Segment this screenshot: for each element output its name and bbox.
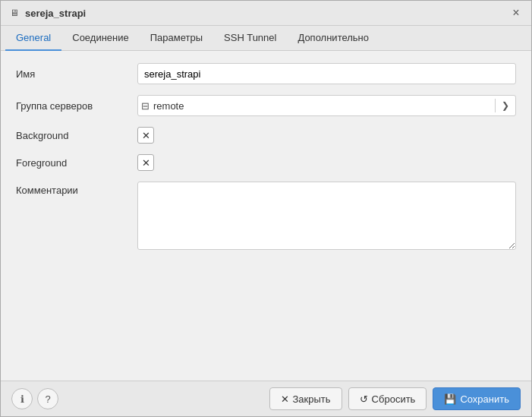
- comment-row: Комментарии: [16, 182, 516, 250]
- footer-left: ℹ ?: [11, 388, 58, 409]
- help-button[interactable]: ?: [37, 388, 58, 409]
- tab-connection[interactable]: Соединение: [61, 26, 140, 51]
- server-icon: 🖥: [8, 7, 20, 19]
- tab-ssh[interactable]: SSH Tunnel: [213, 26, 287, 51]
- save-icon: 💾: [444, 393, 456, 405]
- background-checkbox[interactable]: ✕: [137, 127, 154, 144]
- name-row: Имя: [16, 63, 516, 84]
- close-dialog-button[interactable]: ×: [508, 5, 524, 21]
- reset-button-label: Сбросить: [372, 393, 416, 405]
- comment-textarea[interactable]: [137, 182, 516, 250]
- tab-advanced[interactable]: Дополнительно: [287, 26, 379, 51]
- server-group-divider: [495, 99, 496, 112]
- server-group-icon: ⊟: [141, 100, 150, 112]
- foreground-x-icon: ✕: [142, 157, 150, 169]
- dialog-title: sereja_strapi: [25, 8, 86, 19]
- footer: ℹ ? ✕ Закрыть ↺ Сбросить 💾 Сохранить: [1, 381, 531, 416]
- close-button[interactable]: ✕ Закрыть: [269, 387, 342, 410]
- background-x-icon: ✕: [142, 130, 150, 141]
- title-bar: 🖥 sereja_strapi ×: [1, 1, 531, 26]
- tab-general[interactable]: General: [5, 26, 61, 51]
- comment-label: Комментарии: [16, 182, 137, 196]
- close-x-icon: ✕: [281, 393, 289, 405]
- name-input[interactable]: [137, 63, 516, 84]
- tab-params[interactable]: Параметры: [140, 26, 213, 51]
- foreground-label: Foreground: [16, 157, 137, 169]
- footer-right: ✕ Закрыть ↺ Сбросить 💾 Сохранить: [269, 387, 521, 410]
- help-icon: ?: [45, 393, 50, 405]
- name-label: Имя: [16, 68, 137, 80]
- close-button-label: Закрыть: [293, 393, 331, 405]
- info-button[interactable]: ℹ: [11, 388, 33, 409]
- server-group-select[interactable]: ⊟ remote ❯: [137, 95, 516, 116]
- info-icon: ℹ: [20, 393, 24, 405]
- background-row: Background ✕: [16, 127, 516, 144]
- chevron-down-icon[interactable]: ❯: [499, 99, 512, 112]
- foreground-checkbox[interactable]: ✕: [137, 154, 154, 171]
- foreground-row: Foreground ✕: [16, 154, 516, 171]
- reset-icon: ↺: [360, 393, 368, 405]
- save-button-label: Сохранить: [460, 393, 509, 405]
- server-group-row: Группа серверов ⊟ remote ❯: [16, 95, 516, 116]
- background-label: Background: [16, 130, 137, 141]
- title-bar-left: 🖥 sereja_strapi: [8, 7, 86, 19]
- form-content: Имя Группа серверов ⊟ remote ❯ Backgroun…: [1, 51, 531, 381]
- server-group-label: Группа серверов: [16, 100, 137, 112]
- reset-button[interactable]: ↺ Сбросить: [348, 387, 427, 410]
- server-group-value: remote: [153, 100, 492, 112]
- dialog: 🖥 sereja_strapi × General Соединение Пар…: [0, 0, 532, 417]
- save-button[interactable]: 💾 Сохранить: [433, 387, 521, 410]
- tabs-bar: General Соединение Параметры SSH Tunnel …: [1, 26, 531, 51]
